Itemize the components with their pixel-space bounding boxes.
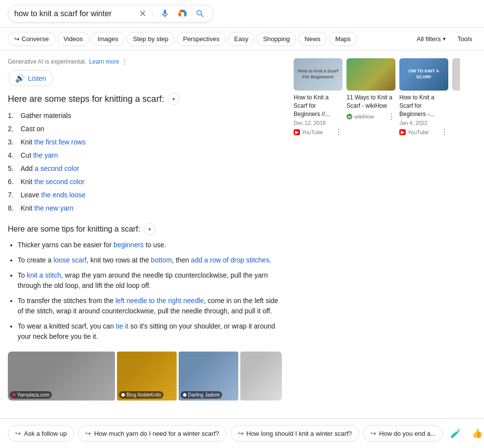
tip-link[interactable]: add a row of drop stitches (191, 256, 269, 264)
search-button[interactable] (193, 9, 207, 19)
step-link[interactable]: a second color (35, 165, 79, 172)
video-card-source-3: ▶ YouTube ⋮ (399, 127, 448, 137)
video-card-title-3: How to Knit a Scarf for Beginners -... (399, 94, 448, 118)
tab-images[interactable]: Images (91, 32, 125, 46)
video-more-menu-1[interactable]: ⋮ (335, 127, 343, 137)
video-card-2[interactable]: 11 Ways to Knit a Scarf - wikiHow w wiki… (346, 58, 395, 137)
tab-maps-label: Maps (335, 35, 351, 43)
gallery-label-1: Yarnplaza.com (10, 391, 52, 399)
tip-link[interactable]: left needle to the right needle (115, 297, 204, 305)
video-more-menu-3[interactable]: ⋮ (440, 127, 448, 137)
right-panel: How to Knit a Scarf For Beginners! How t… (294, 58, 460, 401)
lens-icon (178, 9, 187, 19)
tips-collapse-button[interactable]: ▾ (144, 223, 156, 235)
video-card-1[interactable]: How to Knit a Scarf For Beginners! How t… (294, 58, 343, 137)
tab-news[interactable]: News (298, 32, 327, 46)
gallery-image-1[interactable]: Yarnplaza.com (8, 352, 115, 401)
tab-shopping-label: Shopping (263, 35, 290, 43)
tools-button[interactable]: Tools (454, 32, 476, 46)
converse-arrow-icon: ↪ (14, 35, 20, 43)
video-card-source-2: w wikiHow ⋮ (346, 112, 395, 121)
tab-converse[interactable]: ↪ Converse (8, 32, 55, 46)
nav-tabs: ↪ Converse Videos Images Step by step Pe… (0, 28, 484, 50)
tab-maps[interactable]: Maps (329, 32, 357, 46)
search-icon (195, 9, 205, 19)
mic-icon (160, 9, 170, 19)
list-item: To create a loose scarf, knit two rows a… (18, 255, 282, 265)
learn-more-link[interactable]: Learn more (89, 58, 119, 65)
video-thumb-3: OW TO KNIT A SCARF (399, 58, 448, 91)
video-card-3[interactable]: OW TO KNIT A SCARF How to Knit a Scarf f… (399, 58, 448, 137)
steps-list: 1. Gather materials 2. Cast on 3. Knit t… (8, 111, 282, 213)
tip-link[interactable]: beginners (114, 241, 144, 249)
video-card-4[interactable] (452, 58, 460, 137)
ai-notice: Generative AI is experimental. Learn mor… (8, 58, 282, 65)
step-link[interactable]: the ends loose (41, 191, 86, 199)
nav-right: All filters ▾ Tools (413, 32, 476, 46)
step-link[interactable]: the first few rows (34, 138, 86, 146)
tip-link[interactable]: bottom (151, 256, 172, 264)
dots-menu-icon[interactable]: ⋮ (122, 58, 128, 65)
tips-heading-text: Here are some tips for knitting a scarf: (8, 225, 140, 234)
tip-link[interactable]: knit a stitch (27, 271, 61, 279)
steps-heading: Here are some steps for knitting a scarf… (8, 93, 282, 105)
tips-heading: Here are some tips for knitting a scarf:… (8, 223, 282, 235)
search-input[interactable] (14, 9, 135, 18)
video-cards: How to Knit a Scarf For Beginners! How t… (294, 58, 460, 137)
tips-list: Thicker yarns can be easier for beginner… (8, 240, 282, 342)
step-link[interactable]: the second color (34, 178, 85, 186)
tab-easy-label: Easy (234, 35, 249, 43)
tab-videos[interactable]: Videos (57, 32, 90, 46)
tip-link[interactable]: tie it (116, 322, 129, 330)
dot-icon (183, 393, 186, 397)
tab-perspectives[interactable]: Perspectives (177, 32, 226, 46)
source-label-2: wikiHow (354, 114, 374, 119)
video-thumb-1: How to Knit a Scarf For Beginners! (294, 58, 343, 91)
listen-label: Listen (28, 74, 46, 82)
divider: | (151, 10, 153, 18)
list-item: 3. Knit the first few rows (8, 137, 282, 147)
left-panel: Generative AI is experimental. Learn mor… (8, 58, 282, 401)
video-thumb-4 (452, 58, 460, 91)
gallery-image-2[interactable]: Blog.NobleKnits (117, 352, 177, 401)
tools-label: Tools (458, 35, 472, 43)
tab-news-label: News (304, 35, 321, 43)
video-more-menu-2[interactable]: ⋮ (388, 112, 395, 121)
tip-link[interactable]: loose scarf (53, 256, 87, 264)
dot-icon (12, 393, 16, 397)
search-bar-row: ✕ | (0, 0, 484, 28)
tab-step-by-step[interactable]: Step by step (127, 32, 175, 46)
tab-easy[interactable]: Easy (228, 32, 255, 46)
list-item: 1. Gather materials (8, 111, 282, 121)
gallery-label-2: Blog.NobleKnits (119, 391, 163, 399)
wikihow-badge: w (346, 114, 352, 119)
main-content: Generative AI is experimental. Learn mor… (0, 50, 484, 408)
mic-button[interactable] (158, 9, 172, 19)
step-link[interactable]: the new yarn (34, 204, 73, 212)
tab-shopping[interactable]: Shopping (256, 32, 296, 46)
listen-button[interactable]: 🔊 Listen (8, 70, 53, 86)
list-item: Thicker yarns can be easier for beginner… (18, 240, 282, 250)
list-item: 2. Cast on (8, 124, 282, 134)
dot-icon (121, 393, 125, 397)
video-card-title-2: 11 Ways to Knit a Scarf - wikiHow (346, 94, 395, 110)
clear-icon[interactable]: ✕ (139, 8, 146, 19)
gallery-image-3[interactable]: Darling Jadore (179, 352, 238, 401)
list-item: 7. Leave the ends loose (8, 190, 282, 200)
gallery-image-4[interactable] (240, 352, 282, 401)
list-item: 5. Add a second color (8, 164, 282, 174)
all-filters-button[interactable]: All filters ▾ (413, 32, 450, 46)
chevron-down-icon: ▾ (443, 36, 446, 42)
chevron-down-icon: ▾ (168, 93, 180, 105)
tab-perspectives-label: Perspectives (183, 35, 219, 43)
list-item: 8. Knit the new yarn (8, 203, 282, 213)
steps-collapse-button[interactable]: ▾ (168, 93, 180, 105)
list-item: To knit a stitch, wrap the yarn around t… (18, 270, 282, 291)
video-card-source-1: ▶ YouTube ⋮ (294, 127, 343, 137)
step-link[interactable]: the yarn (33, 151, 58, 159)
ai-notice-text: Generative AI is experimental. (8, 58, 86, 65)
speaker-icon: 🔊 (15, 73, 25, 83)
tab-step-by-step-label: Step by step (133, 35, 168, 43)
chevron-down-icon: ▾ (144, 223, 156, 235)
lens-button[interactable] (176, 9, 189, 19)
